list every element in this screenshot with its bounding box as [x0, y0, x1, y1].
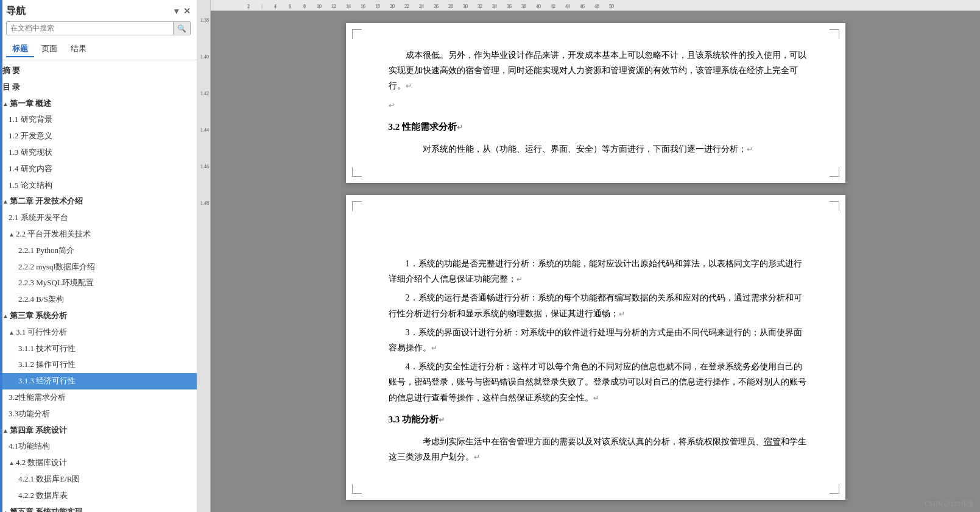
nav-item-4[interactable]: 1.2 开发意义 [0, 128, 197, 144]
enter-mark-5: ↵ [516, 275, 523, 283]
nav-item-17[interactable]: 3.1.1 技术可行性 [0, 341, 197, 357]
nav-label-16: 3.1 可行性分析 [16, 327, 68, 336]
doc-para-empty: ↵ [389, 98, 809, 113]
nav-label-17: 3.1.1 技术可行性 [18, 344, 76, 353]
nav-item-15[interactable]: ▲ 第三章 系统分析 [0, 308, 197, 324]
ruler-num-10: 10 [312, 4, 326, 9]
ruler-num-38: 38 [516, 4, 531, 9]
nav-arrow-10: ▲ [9, 230, 15, 240]
nav-label-22: 第四章 系统设计 [10, 425, 67, 435]
ruler-num-26: 26 [429, 4, 443, 9]
nav-label-25: 4.2.1 数据库E/R图 [18, 474, 80, 483]
ruler-num-20: 20 [385, 4, 400, 9]
nav-arrow-15: ▲ [2, 311, 9, 321]
nav-label-9: 2.1 系统开发平台 [9, 213, 68, 222]
tab-headings[interactable]: 标题 [6, 41, 34, 57]
enter-mark-4: ↵ [747, 145, 753, 154]
nav-item-19[interactable]: 3.1.3 经济可行性 [0, 373, 197, 389]
nav-label-0: 摘 要 [2, 66, 20, 75]
nav-item-13[interactable]: 2.2.3 MySQL环境配置 [0, 275, 197, 291]
section-33: 3.3 功能分析↵ [389, 411, 809, 428]
nav-label-2: 第一章 概述 [10, 99, 51, 108]
nav-item-10[interactable]: ▲ 2.2 平台开发相关技术 [0, 226, 197, 243]
nav-item-14[interactable]: 2.2.4 B/S架构 [0, 291, 197, 308]
nav-item-2[interactable]: ▲ 第一章 概述 [0, 96, 197, 112]
corner-mark-2-bl [352, 484, 362, 494]
ruler-num-32: 32 [473, 4, 487, 9]
nav-label-4: 1.2 开发意义 [9, 131, 52, 140]
nav-item-26[interactable]: 4.2.2 数据库表 [0, 488, 197, 504]
doc-page-2: 1．系统的功能是否完整进行分析：系统的功能，能对应设计出原始代码和算法，以表格同… [346, 195, 845, 500]
nav-label-18: 3.1.2 操作可行性 [18, 360, 76, 369]
tab-pages[interactable]: 页面 [35, 41, 63, 57]
enter-mark-2: ↵ [389, 101, 395, 110]
nav-label-8: 第二章 开发技术介绍 [10, 196, 83, 205]
nav-item-18[interactable]: 3.1.2 操作可行性 [0, 357, 197, 373]
nav-item-11[interactable]: 2.2.1 Python简介 [0, 243, 197, 259]
nav-item-1[interactable]: 目 录 [0, 79, 197, 96]
sidebar: 导航 ▾ ✕ 🔍 标题 页面 结果 摘 要目 录▲ 第一章 概述1.1 研究背景… [0, 0, 197, 512]
ruler-num-8: 8 [297, 4, 312, 9]
nav-arrow-22: ▲ [2, 426, 9, 436]
nav-item-25[interactable]: 4.2.1 数据库E/R图 [0, 471, 197, 488]
ruler-mark-148: 1.48 [197, 201, 211, 206]
sidebar-tabs: 标题 页面 结果 [6, 39, 191, 57]
corner-mark-2-br [830, 484, 839, 494]
doc-scroll[interactable]: 成本很低。另外，作为毕业设计作品来讲，开发成本基本上可以忽略不计，且该系统软件的… [211, 11, 980, 512]
ruler-num-2: 2 [241, 4, 256, 9]
nav-item-6[interactable]: 1.4 研究内容 [0, 161, 197, 177]
search-box: 🔍 [6, 21, 191, 35]
ruler-num-12: 12 [326, 4, 341, 9]
nav-label-20: 3.2性能需求分析 [9, 393, 66, 402]
ruler-num-28: 28 [443, 4, 458, 9]
doc-para-cost: 成本很低。另外，作为毕业设计作品来讲，开发成本基本上可以忽略不计，且该系统软件的… [389, 48, 809, 94]
link-dormmanager[interactable]: 宿管 [764, 437, 781, 446]
ruler-num-22: 22 [400, 4, 414, 9]
nav-item-20[interactable]: 3.2性能需求分析 [0, 389, 197, 406]
nav-arrow-8: ▲ [2, 197, 9, 207]
enter-mark-9: ↵ [439, 416, 445, 424]
tab-results[interactable]: 结果 [65, 41, 93, 57]
ruler-num-36: 36 [502, 4, 516, 9]
nav-item-0[interactable]: 摘 要 [0, 63, 197, 79]
search-input[interactable] [7, 22, 173, 35]
nav-arrow-2: ▲ [2, 99, 9, 109]
ruler-num-42: 42 [546, 4, 560, 9]
enter-mark-3: ↵ [457, 123, 463, 132]
nav-label-12: 2.2.2 mysql数据库介绍 [18, 262, 95, 271]
nav-item-8[interactable]: ▲ 第二章 开发技术介绍 [0, 193, 197, 210]
nav-item-22[interactable]: ▲ 第四章 系统设计 [0, 422, 197, 439]
corner-mark-bl [352, 167, 362, 177]
nav-item-27[interactable]: ▲ 第五章 系统功能实现 [0, 504, 197, 512]
nav-item-3[interactable]: 1.1 研究背景 [0, 112, 197, 128]
ruler-num-34: 34 [487, 4, 502, 9]
nav-item-16[interactable]: ▲ 3.1 可行性分析 [0, 324, 197, 341]
ruler-num-14: 14 [341, 4, 356, 9]
ruler-num-18: 18 [370, 4, 385, 9]
ruler-num-44: 44 [560, 4, 575, 9]
nav-item-23[interactable]: 4.1功能结构 [0, 438, 197, 455]
search-button[interactable]: 🔍 [173, 22, 190, 35]
nav-item-9[interactable]: 2.1 系统开发平台 [0, 210, 197, 226]
sidebar-title: 导航 ▾ ✕ [6, 5, 191, 18]
enter-mark-1: ↵ [406, 82, 412, 90]
ruler-num-24: 24 [414, 4, 429, 9]
corner-mark-2-tr [830, 201, 839, 211]
minimize-icon[interactable]: ▾ [174, 6, 178, 16]
list-item-2: 2．系统的运行是否通畅进行分析：系统的每个功能都有编写数据的关系和应对的代码，通… [389, 290, 809, 321]
nav-item-21[interactable]: 3.3功能分析 [0, 406, 197, 422]
ruler-num-46: 46 [575, 4, 590, 9]
nav-label-27: 第五章 系统功能实现 [10, 507, 83, 512]
doc-para-func: 考虑到实际生活中在宿舍管理方面的需要以及对该系统认真的分析，将系统权限按管理员、… [389, 434, 809, 464]
nav-tree: 摘 要目 录▲ 第一章 概述1.1 研究背景1.2 开发意义1.3 研究现状1.… [0, 60, 197, 512]
nav-item-7[interactable]: 1.5 论文结构 [0, 177, 197, 194]
nav-arrow-16: ▲ [9, 328, 15, 338]
nav-item-5[interactable]: 1.3 研究现状 [0, 144, 197, 161]
nav-label-23: 4.1功能结构 [9, 441, 50, 450]
nav-item-12[interactable]: 2.2.2 mysql数据库介绍 [0, 259, 197, 276]
ruler-num-50: 50 [604, 4, 619, 9]
nav-label-26: 4.2.2 数据库表 [18, 491, 68, 500]
enter-mark-6: ↵ [619, 310, 625, 318]
nav-item-24[interactable]: ▲ 4.2 数据库设计 [0, 455, 197, 471]
close-icon[interactable]: ✕ [183, 6, 191, 16]
